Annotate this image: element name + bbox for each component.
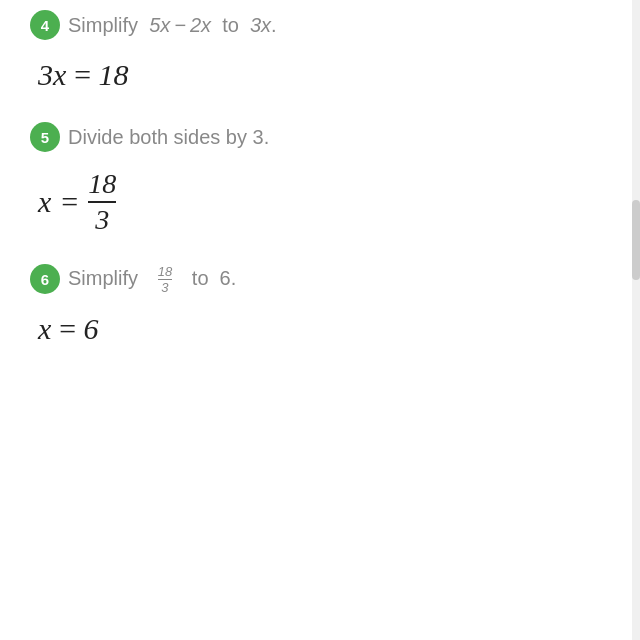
step-6-inline-numerator: 18 <box>158 265 172 278</box>
step-4-text: Simplify 5x − 2x to 3x. <box>68 14 277 37</box>
step-6-number: 6 <box>41 271 49 288</box>
step-6-equation: x = 6 <box>38 312 99 345</box>
step-6-row: 6 Simplify 18 3 to 6. <box>30 264 600 294</box>
step-5-row: 5 Divide both sides by 3. <box>30 122 600 152</box>
step-5-result: x = 18 3 <box>38 170 600 234</box>
step-6-badge: 6 <box>30 264 60 294</box>
scrollbar[interactable] <box>632 0 640 640</box>
step-4-badge: 4 <box>30 10 60 40</box>
step-5-badge: 5 <box>30 122 60 152</box>
step-6-text: Simplify 18 3 to 6. <box>68 265 236 294</box>
page-container: 4 Simplify 5x − 2x to 3x. 3x = 18 5 Divi… <box>0 0 640 640</box>
step-4-row: 4 Simplify 5x − 2x to 3x. <box>30 10 600 40</box>
step-5-number: 5 <box>41 129 49 146</box>
step-4-equation: 3x = 18 <box>38 58 129 91</box>
step-6-section: 6 Simplify 18 3 to 6. x = 6 <box>30 264 600 346</box>
step-5-equation: x = 18 3 <box>38 170 600 234</box>
step-6-result: x = 6 <box>38 312 600 346</box>
step-6-inline-fraction: 18 3 <box>158 265 172 294</box>
scrollbar-thumb[interactable] <box>632 200 640 280</box>
step-5-fraction-numerator: 18 <box>88 170 116 198</box>
step-5-text: Divide both sides by 3. <box>68 126 269 149</box>
step-4-number: 4 <box>41 17 49 34</box>
step-5-fraction: 18 3 <box>88 170 116 234</box>
step-5-fraction-denominator: 3 <box>95 206 109 234</box>
step-4-section: 4 Simplify 5x − 2x to 3x. 3x = 18 <box>30 10 600 92</box>
step-6-inline-denominator: 3 <box>161 281 168 294</box>
step-5-fraction-line <box>88 201 116 203</box>
step-4-result: 3x = 18 <box>38 58 600 92</box>
step-5-section: 5 Divide both sides by 3. x = 18 3 <box>30 122 600 234</box>
